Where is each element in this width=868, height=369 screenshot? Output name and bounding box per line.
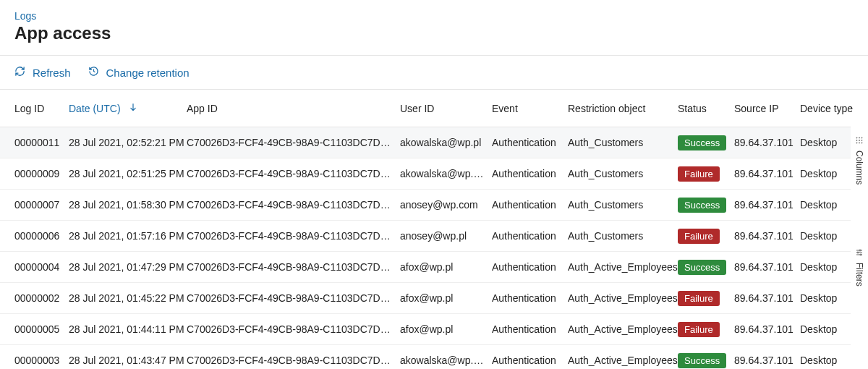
table-row[interactable]: 0000000428 Jul 2021, 01:47:29 PMC70026D3… [0,252,851,283]
svg-point-11 [860,254,861,255]
change-retention-label: Change retention [106,67,190,79]
table-row[interactable]: 0000000928 Jul 2021, 02:51:25 PMC70026D3… [0,158,851,190]
status-badge: Failure [678,291,720,306]
table-row[interactable]: 0000000628 Jul 2021, 01:57:16 PMC70026D3… [0,221,851,252]
columns-label: Columns [854,150,864,184]
history-icon [88,66,99,79]
cell-event: Authentication [492,355,568,366]
cell-date: 28 Jul 2021, 01:57:16 PM [69,230,187,242]
cell-event: Authentication [492,292,568,304]
cell-device: Desktop [800,137,858,148]
cell-logid: 00000011 [14,137,69,148]
sort-desc-icon [128,102,138,114]
cell-restriction: Auth_Customers [568,137,678,148]
cell-status: Failure [678,322,734,337]
cell-status: Failure [678,291,734,306]
refresh-button[interactable]: Refresh [14,66,71,79]
cell-restriction: Auth_Customers [568,199,678,211]
col-restriction[interactable]: Restriction object [568,103,678,114]
cell-appid: C70026D3-FCF4-49CB-98A9-C1103DC7DD... [187,292,400,304]
cell-device: Desktop [800,292,858,304]
table-row[interactable]: 0000000528 Jul 2021, 01:44:11 PMC70026D3… [0,314,851,345]
cell-ip: 89.64.37.101 [734,137,800,148]
cell-ip: 89.64.37.101 [734,168,800,179]
cell-status: Success [678,135,734,150]
table-row[interactable]: 0000001128 Jul 2021, 02:52:21 PMC70026D3… [0,127,851,158]
cell-user: anosey@wp.com [400,199,492,211]
table-row[interactable]: 0000000228 Jul 2021, 01:45:22 PMC70026D3… [0,283,851,314]
cell-ip: 89.64.37.101 [734,355,800,366]
cell-device: Desktop [800,261,858,273]
cell-date: 28 Jul 2021, 01:44:11 PM [69,323,187,335]
svg-point-9 [859,250,861,251]
svg-point-8 [856,143,857,143]
cell-logid: 00000005 [14,323,69,335]
status-badge: Success [678,353,726,368]
cell-restriction: Auth_Active_Employees [568,261,678,273]
col-date-label: Date (UTC) [69,103,121,114]
col-status[interactable]: Status [678,103,734,114]
cell-event: Authentication [492,168,568,179]
cell-user: afox@wp.pl [400,261,492,273]
svg-point-4 [859,140,860,141]
cell-logid: 00000002 [14,292,69,304]
col-sourceip[interactable]: Source IP [734,103,800,114]
cell-device: Desktop [800,230,858,242]
col-appid[interactable]: App ID [187,103,400,114]
cell-device: Desktop [800,199,858,211]
cell-user: afox@wp.pl [400,323,492,335]
cell-restriction: Auth_Active_Employees [568,323,678,335]
col-date[interactable]: Date (UTC) [69,102,187,114]
cell-appid: C70026D3-FCF4-49CB-98A9-C1103DC7DD... [187,230,400,242]
cell-logid: 00000003 [14,355,69,366]
cell-user: akowalska@wp.com [400,168,492,179]
refresh-icon [14,66,25,79]
svg-point-3 [859,137,860,138]
cell-user: akowalska@wp.pl [400,137,492,148]
logs-table: Log ID Date (UTC) App ID User ID Event R… [0,90,851,369]
status-badge: Success [678,260,726,275]
cell-restriction: Auth_Active_Employees [568,292,678,304]
svg-point-1 [861,140,862,141]
svg-point-0 [861,137,862,138]
breadcrumb[interactable]: Logs [14,10,854,22]
cell-status: Failure [678,166,734,182]
cell-status: Success [678,353,734,368]
svg-point-2 [861,143,862,143]
cell-status: Success [678,260,734,275]
change-retention-button[interactable]: Change retention [88,66,190,79]
cell-event: Authentication [492,230,568,242]
status-badge: Success [678,135,726,150]
col-event[interactable]: Event [492,103,568,114]
filters-panel-toggle[interactable]: Filters [854,245,864,289]
cell-event: Authentication [492,261,568,273]
cell-device: Desktop [800,323,858,335]
cell-appid: C70026D3-FCF4-49CB-98A9-C1103DC7DD... [187,168,400,179]
col-device[interactable]: Device type [800,103,858,114]
toolbar: Refresh Change retention [0,56,868,89]
cell-device: Desktop [800,168,858,179]
svg-point-10 [857,252,859,253]
cell-appid: C70026D3-FCF4-49CB-98A9-C1103DC7DD... [187,355,400,366]
svg-point-7 [856,140,857,141]
cell-ip: 89.64.37.101 [734,323,800,335]
col-userid[interactable]: User ID [400,103,492,114]
cell-user: afox@wp.pl [400,292,492,304]
cell-appid: C70026D3-FCF4-49CB-98A9-C1103DC7DD... [187,137,400,148]
cell-date: 28 Jul 2021, 01:43:47 PM [69,355,187,366]
columns-panel-toggle[interactable]: Columns [854,133,864,187]
table-row[interactable]: 0000000728 Jul 2021, 01:58:30 PMC70026D3… [0,190,851,221]
cell-user: akowalska@wp.com [400,355,492,366]
cell-ip: 89.64.37.101 [734,261,800,273]
page-title: App access [14,23,854,43]
cell-appid: C70026D3-FCF4-49CB-98A9-C1103DC7DD... [187,199,400,211]
cell-event: Authentication [492,199,568,211]
status-badge: Failure [678,166,720,182]
cell-event: Authentication [492,137,568,148]
col-logid[interactable]: Log ID [14,103,69,114]
table-row[interactable]: 0000000328 Jul 2021, 01:43:47 PMC70026D3… [0,345,851,369]
cell-logid: 00000006 [14,230,69,242]
cell-date: 28 Jul 2021, 01:45:22 PM [69,292,187,304]
cell-status: Failure [678,229,734,244]
cell-restriction: Auth_Active_Employees [568,355,678,366]
